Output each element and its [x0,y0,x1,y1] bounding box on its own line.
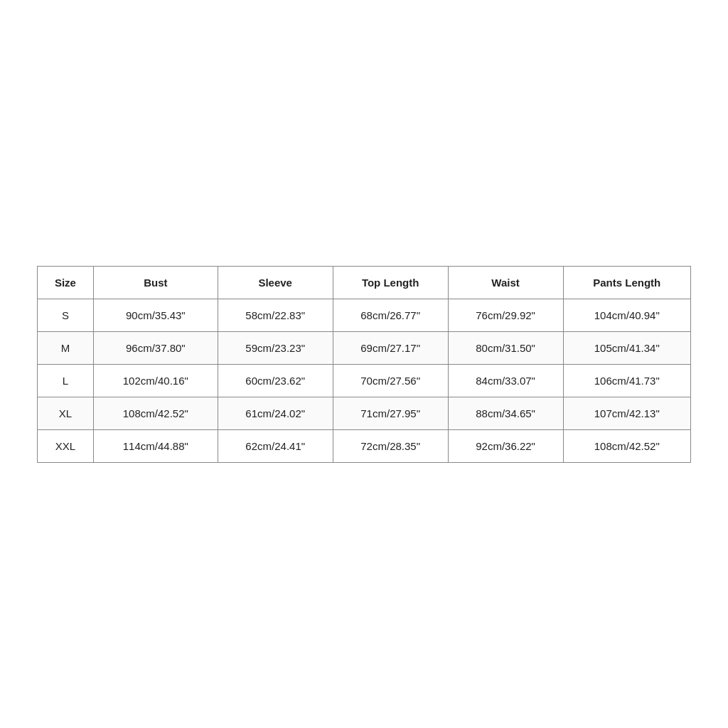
table-cell: 76cm/29.92" [448,299,563,331]
table-cell: 114cm/44.88" [93,429,218,462]
table-cell: 96cm/37.80" [93,331,218,364]
table-cell: 71cm/27.95" [333,397,448,429]
table-cell: 58cm/22.83" [218,299,333,331]
table-cell: XL [38,397,94,429]
table-cell: 102cm/40.16" [93,364,218,397]
table-cell: S [38,299,94,331]
table-cell: 108cm/42.52" [563,429,690,462]
table-cell: 60cm/23.62" [218,364,333,397]
table-cell: 90cm/35.43" [93,299,218,331]
table-cell: 62cm/24.41" [218,429,333,462]
table-cell: L [38,364,94,397]
table-header-cell: Bust [93,266,218,299]
table-cell: 88cm/34.65" [448,397,563,429]
table-row: S90cm/35.43"58cm/22.83"68cm/26.77"76cm/2… [38,299,691,331]
table-cell: 80cm/31.50" [448,331,563,364]
table-cell: 106cm/41.73" [563,364,690,397]
table-header-cell: Waist [448,266,563,299]
table-header-cell: Pants Length [563,266,690,299]
table-header-cell: Sleeve [218,266,333,299]
table-cell: XXL [38,429,94,462]
table-header-row: SizeBustSleeveTop LengthWaistPants Lengt… [38,266,691,299]
table-cell: 61cm/24.02" [218,397,333,429]
table-cell: 104cm/40.94" [563,299,690,331]
table-cell: 108cm/42.52" [93,397,218,429]
table-body: S90cm/35.43"58cm/22.83"68cm/26.77"76cm/2… [38,299,691,462]
table-cell: 107cm/42.13" [563,397,690,429]
table-row: M96cm/37.80"59cm/23.23"69cm/27.17"80cm/3… [38,331,691,364]
table-cell: 72cm/28.35" [333,429,448,462]
size-chart-container: SizeBustSleeveTop LengthWaistPants Lengt… [37,266,691,463]
table-cell: 84cm/33.07" [448,364,563,397]
table-cell: 69cm/27.17" [333,331,448,364]
table-row: L102cm/40.16"60cm/23.62"70cm/27.56"84cm/… [38,364,691,397]
table-cell: 92cm/36.22" [448,429,563,462]
table-row: XL108cm/42.52"61cm/24.02"71cm/27.95"88cm… [38,397,691,429]
table-header-cell: Top Length [333,266,448,299]
table-cell: 105cm/41.34" [563,331,690,364]
size-chart-table: SizeBustSleeveTop LengthWaistPants Lengt… [37,266,691,463]
table-cell: 68cm/26.77" [333,299,448,331]
table-cell: M [38,331,94,364]
table-cell: 70cm/27.56" [333,364,448,397]
table-row: XXL114cm/44.88"62cm/24.41"72cm/28.35"92c… [38,429,691,462]
table-header-cell: Size [38,266,94,299]
table-cell: 59cm/23.23" [218,331,333,364]
